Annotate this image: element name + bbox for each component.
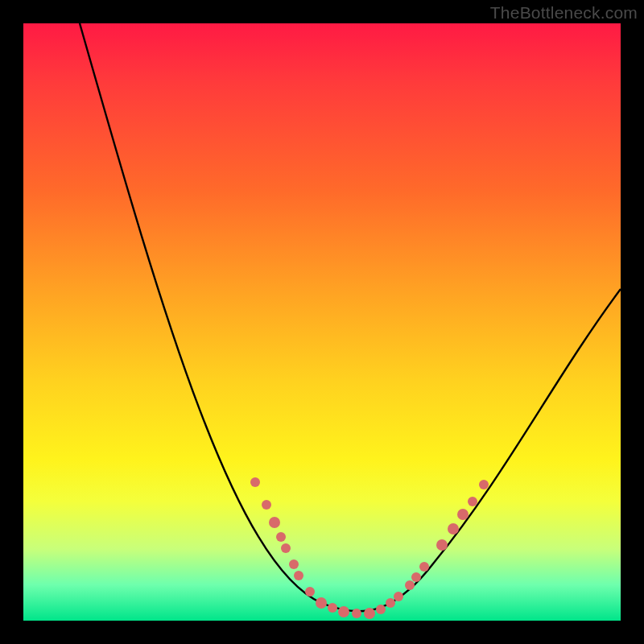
curve-markers: [250, 477, 489, 619]
curve-marker: [289, 559, 299, 569]
curve-marker: [394, 592, 403, 601]
curve-marker: [294, 571, 303, 580]
curve-marker: [281, 543, 291, 553]
curve-marker: [479, 480, 489, 489]
curve-marker: [364, 608, 375, 619]
curve-marker: [386, 598, 395, 608]
curve-marker: [419, 562, 429, 572]
curve-marker: [250, 477, 260, 487]
curve-marker: [338, 606, 349, 617]
curve-marker: [436, 539, 448, 551]
bottleneck-curve: [80, 23, 621, 611]
curve-marker: [276, 532, 286, 542]
curve-marker: [411, 572, 421, 582]
curve-marker: [448, 523, 459, 535]
curve-marker: [262, 500, 271, 510]
chart-svg: [23, 23, 621, 621]
curve-marker: [305, 587, 315, 597]
chart-plot-area: [23, 23, 621, 621]
curve-marker: [376, 605, 386, 614]
curve-marker: [328, 603, 337, 613]
curve-marker: [405, 580, 415, 590]
watermark-label: TheBottleneck.com: [490, 3, 638, 23]
curve-marker: [352, 609, 361, 618]
curve-marker: [269, 517, 280, 528]
curve-marker: [457, 509, 469, 520]
curve-marker: [316, 597, 327, 609]
curve-marker: [468, 497, 477, 506]
